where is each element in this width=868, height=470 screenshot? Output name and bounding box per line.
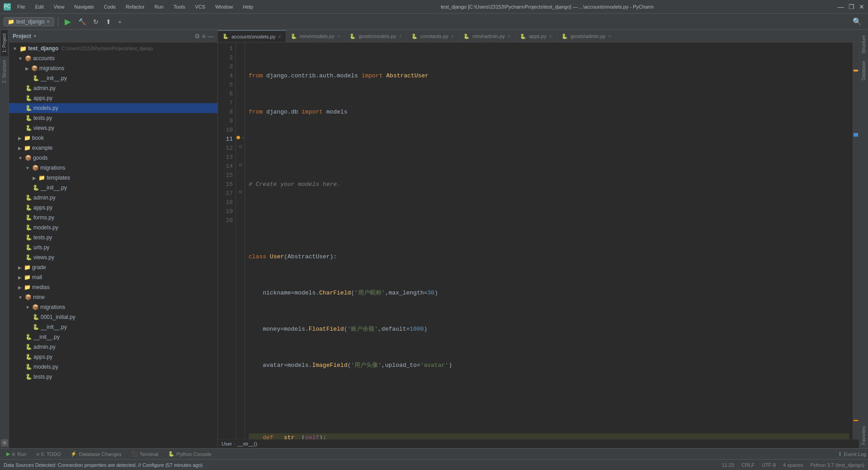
tree-goods[interactable]: ▼ 📦 goods [9,153,217,163]
sync-button[interactable]: ↻ [90,17,101,27]
tree-goods-admin[interactable]: 🐍 admin.py [9,193,217,203]
bottom-python-console-tab[interactable]: 🐍 Python Console [164,450,216,458]
tree-accounts-migrations[interactable]: ▶ 📦 migrations [9,63,217,73]
tree-accounts-views[interactable]: 🐍 views.py [9,123,217,133]
tab-apps[interactable]: 🐍 apps.py × [515,30,557,42]
sidebar-tab-structure[interactable]: 2: Structure [1,56,8,87]
status-linesep[interactable]: CRLF [741,462,755,468]
tree-book[interactable]: ▶ 📁 book [9,133,217,143]
code-editor[interactable]: 1 2 3 4 5 6 7 8 9 10 11 12 13 14 15 16 1… [218,43,859,439]
right-tab-database[interactable]: Database [860,57,867,84]
tree-mine-admin[interactable]: 🐍 admin.py [9,342,217,352]
run-button[interactable]: ▶ [62,15,74,28]
tree-example[interactable]: ▶ 📁 example [9,143,217,153]
tab-close-3[interactable]: × [451,33,454,39]
close-button[interactable]: ✕ [859,3,864,10]
tree-goods-forms[interactable]: 🐍 forms.py [9,213,217,223]
event-log-label[interactable]: Event Log [844,451,866,457]
project-settings-icon[interactable]: ⚙ [194,33,200,40]
tree-mine-init2[interactable]: 🐍 __init__.py [9,332,217,342]
menu-code[interactable]: Code [100,3,119,10]
tree-goods-apps[interactable]: 🐍 apps.py [9,203,217,213]
status-position[interactable]: 11:23 [722,462,735,468]
tree-accounts-tests[interactable]: 🐍 tests.py [9,113,217,123]
bread-str[interactable]: __str__() [237,441,257,446]
tree-migrations-init[interactable]: 🐍 __init__.py [9,73,217,83]
line-num-2: 2 [218,53,233,62]
menu-file[interactable]: File [14,3,29,10]
tree-goods-urls[interactable]: 🐍 urls.py [9,242,217,252]
status-encoding[interactable]: UTF-8 [762,462,776,468]
tab-close-1[interactable]: × [337,33,340,39]
tab-mine-models[interactable]: 🐍 mine\models.py × [286,30,345,42]
tab-close-0[interactable]: × [278,34,281,39]
tree-mine-tests[interactable]: 🐍 tests.py [9,372,217,382]
menu-run[interactable]: Run [151,3,167,10]
tree-root[interactable]: ▼ 📁 test_django C:\Users\23153\PycharmPr… [9,43,217,53]
menu-refactor[interactable]: Refactor [122,3,148,10]
fn-floatfield: FloatField [309,325,344,334]
right-tab-favorites[interactable]: Favorites [860,423,867,448]
menu-vcs[interactable]: VCS [192,3,209,10]
line-num-8: 8 [218,108,233,117]
menu-view[interactable]: View [50,3,68,10]
tests-py-label: tests.py [33,115,52,121]
minimize-button[interactable]: — [838,3,844,10]
maximize-button[interactable]: ❐ [849,3,854,10]
status-indent[interactable]: 4 spaces [783,462,803,468]
tree-mine-models[interactable]: 🐍 models.py [9,362,217,372]
tree-grade[interactable]: ▶ 📁 grade [9,262,217,272]
tab-constants[interactable]: 🐍 constants.py × [407,30,459,42]
bottom-run-tab[interactable]: ▶ 4: Run [2,450,31,458]
search-everywhere-button[interactable]: 🔍 [850,16,864,27]
tree-goods-tests[interactable]: 🐍 tests.py [9,233,217,242]
more-button[interactable]: » [116,18,124,26]
project-selector[interactable]: 📁 test_django ▼ [4,17,54,26]
tree-mine-0001[interactable]: 🐍 0001_initial.py [9,312,217,322]
tree-mine[interactable]: ▼ 📦 mine [9,292,217,302]
tree-mall[interactable]: ▶ 📁 mall [9,272,217,282]
tree-medias[interactable]: ▶ 📁 medias [9,282,217,292]
breakpoint-marker[interactable] [236,136,240,139]
sidebar-tab-project[interactable]: 1: Project [1,30,8,56]
tree-mine-apps[interactable]: 🐍 apps.py [9,352,217,362]
code-line-2: from django.db import models [249,108,849,117]
menu-window[interactable]: Window [212,3,236,10]
tree-mine-init[interactable]: 🐍 __init__.py [9,322,217,332]
menu-tools[interactable]: Tools [170,3,189,10]
tree-accounts-apps[interactable]: 🐍 apps.py [9,93,217,103]
tree-accounts-admin[interactable]: 🐍 admin.py [9,83,217,93]
bottom-dbchanges-tab[interactable]: ⚡ Database Changes [66,450,126,458]
project-dropdown-arrow[interactable]: ▼ [33,34,37,38]
menu-help[interactable]: Help [239,3,257,10]
bottom-terminal-tab[interactable]: ⬛ Terminal [127,450,163,458]
tree-accounts-models[interactable]: 🐍 models.py [9,103,217,113]
build-button[interactable]: 🔨 [75,17,89,27]
deploy-button[interactable]: ⬆ [103,17,114,27]
line-num-20: 20 [218,216,233,225]
menu-edit[interactable]: Edit [32,3,47,10]
tab-close-6[interactable]: × [609,33,611,39]
tree-goods-templates[interactable]: ▶ 📁 templates [9,173,217,183]
tab-accounts-models[interactable]: 🐍 accounts\models.py × [218,30,286,42]
bread-user[interactable]: User [222,441,232,446]
bottom-todo-tab[interactable]: ≡ 6: TODO [32,451,65,458]
tab-goods-admin[interactable]: 🐍 goods\admin.py × [557,30,616,42]
tab-mine-admin[interactable]: 🐍 mine\admin.py × [459,30,515,42]
project-minimize-icon[interactable]: — [208,33,214,40]
tree-mine-migrations[interactable]: ▼ 📦 migrations [9,302,217,312]
tree-goods-migrations[interactable]: ▼ 📦 migrations [9,163,217,173]
status-python[interactable]: Python 3.7 (test_django) [810,462,864,468]
tree-accounts[interactable]: ▼ 📦 accounts [9,53,217,63]
project-scope-icon[interactable]: ≡ [202,33,206,40]
tab-close-5[interactable]: × [549,33,552,39]
menu-navigate[interactable]: Navigate [71,3,97,10]
code-content[interactable]: from django.contrib.auth.models import A… [245,43,853,439]
tab-goods-models[interactable]: 🐍 goods\models.py × [345,30,407,42]
tree-goods-models[interactable]: 🐍 models.py [9,223,217,233]
right-tab-structure[interactable]: Structure [860,32,867,57]
tree-goods-views[interactable]: 🐍 views.py [9,252,217,262]
tab-close-4[interactable]: × [508,33,510,39]
tree-goods-init[interactable]: 🐍 __init__.py [9,183,217,193]
tab-close-2[interactable]: × [399,33,401,39]
